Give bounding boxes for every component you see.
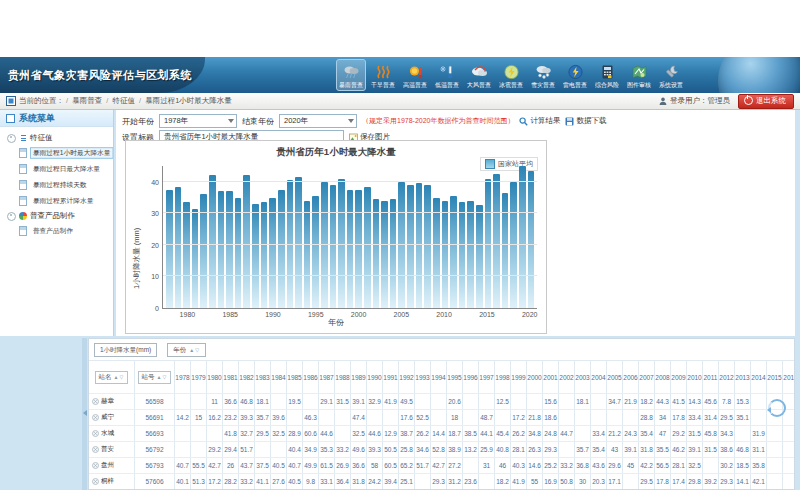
sidebar-item-普查产品制作[interactable]: 普查产品制作 [0, 223, 113, 239]
row-expand-icon[interactable] [92, 414, 99, 421]
globe-decoration-image [718, 57, 800, 94]
nav-item-雷电普查[interactable]: 雷电普查 [560, 59, 590, 91]
value-cell-2004 [591, 394, 607, 409]
bar-2016 [493, 174, 500, 308]
nav-item-label: 雷电普查 [563, 81, 587, 89]
value-cell-2015 [767, 426, 783, 441]
year-column-header-1996: 1996 [463, 361, 479, 393]
sidebar-group-特征值[interactable]: 特征值 [0, 131, 113, 145]
panel-splitter[interactable] [82, 338, 87, 490]
breadcrumb-item[interactable]: 暴雨普查 [72, 96, 102, 105]
value-cell-2012: 29.5 [719, 410, 735, 425]
row-expand-icon[interactable] [92, 430, 99, 437]
main-panel: 开始年份 1978年 结束年份 2020年 （规定采用1978-2020年数据作… [116, 110, 795, 336]
grid-body: 赫章565981136.646.818.119.529.131.539.132.… [89, 393, 794, 489]
sidebar-group-普查产品制作[interactable]: 普查产品制作 [0, 209, 113, 223]
year-column-header-1991: 1991 [383, 361, 399, 393]
value-cell-1981: 28.2 [223, 474, 239, 489]
value-cell-2007: 18.2 [639, 394, 655, 409]
year-column-header-2016: 2016 [783, 361, 795, 393]
breadcrumb-item[interactable]: 暴雨过程1小时最大降水量 [145, 96, 232, 105]
download-button[interactable]: 数据下载 [565, 116, 606, 126]
value-cell-1985: 40.5 [287, 474, 303, 489]
year-column-header-2009: 2009 [671, 361, 687, 393]
value-type-filter[interactable]: 1小时降水量(mm) [94, 343, 157, 357]
station-id-cell: 56793 [135, 458, 175, 473]
nav-item-暴雨普查[interactable]: 暴雨普查 [336, 59, 366, 91]
start-year-select[interactable]: 1978年 [159, 114, 237, 128]
sidebar-item-暴雨过程累计降水量[interactable]: 暴雨过程累计降水量 [0, 193, 113, 209]
bar-1999 [347, 190, 354, 308]
nav-item-大风普查[interactable]: 大风普查 [464, 59, 494, 91]
station-id-sort-control[interactable]: 站号▲▽ [138, 371, 172, 384]
sidebar: 系统菜单 特征值暴雨过程1小时最大降水量暴雨过程日最大降水量暴雨过程持续天数暴雨… [0, 110, 114, 336]
year-column-header-1993: 1993 [415, 361, 431, 393]
bar-2005 [398, 182, 405, 308]
value-cell-2006 [623, 410, 639, 425]
sidebar-item-暴雨过程1小时最大降水量[interactable]: 暴雨过程1小时最大降水量 [0, 145, 113, 161]
bar-1988 [252, 204, 259, 308]
value-cell-1991 [383, 410, 399, 425]
nav-item-冰雹普查[interactable]: 冰雹普查 [496, 59, 526, 91]
station-sort-control[interactable]: 站名▲▽ [95, 371, 129, 384]
value-cell-1990: 32.9 [367, 394, 383, 409]
nav-item-低温普查[interactable]: 低温普查 [432, 59, 462, 91]
value-cell-2016 [783, 458, 795, 473]
breadcrumb-item[interactable]: 特征值 [112, 96, 135, 105]
table-row-桐梓[interactable]: 桐梓5760640.151.317.228.233.241.127.640.59… [89, 473, 794, 489]
table-row-盘州[interactable]: 盘州5679340.755.542.72643.737.540.540.749.… [89, 457, 794, 473]
table-row-威宁[interactable]: 威宁5669114.21516.223.239.335.739.646.347.… [89, 409, 794, 425]
nav-toolbar: 暴雨普查干旱普查高温普查低温普查大风普查冰雹普查雪灾普查雷电普查综合风险图件审核… [336, 59, 686, 91]
logout-button[interactable]: 退出系统 [738, 94, 794, 109]
nav-item-高温普查[interactable]: 高温普查 [400, 59, 430, 91]
x-tick-label: 2015 [479, 311, 495, 318]
table-row-水城[interactable]: 水城5669341.832.729.532.528.960.644.632.54… [89, 425, 794, 441]
sidebar-item-暴雨过程持续天数[interactable]: 暴雨过程持续天数 [0, 177, 113, 193]
bar-2001 [364, 187, 371, 308]
table-row-赫章[interactable]: 赫章565981136.646.818.119.529.131.539.132.… [89, 393, 794, 409]
value-cell-1980: 11 [207, 394, 223, 409]
nav-item-雪灾普查[interactable]: 雪灾普查 [528, 59, 558, 91]
bar-2004 [390, 199, 397, 308]
nav-item-label: 系统设置 [659, 81, 683, 89]
top-banner: 贵州省气象灾害风险评估与区划系统 暴雨普查干旱普查高温普查低温普查大风普查冰雹普… [0, 57, 800, 94]
value-cell-1981: 36.6 [223, 394, 239, 409]
row-expand-icon[interactable] [92, 446, 99, 453]
value-cell-2007: 31.8 [639, 442, 655, 457]
nav-item-图件审核[interactable]: 图件审核 [624, 59, 654, 91]
nav-item-综合风险[interactable]: 综合风险 [592, 59, 622, 91]
value-cell-2004: 43.6 [591, 458, 607, 473]
value-cell-2015 [767, 474, 783, 489]
end-year-label: 结束年份 [242, 116, 274, 127]
table-row-普安[interactable]: 普安5679229.229.451.740.434.935.333.249.63… [89, 441, 794, 457]
end-year-select[interactable]: 2020年 [279, 114, 357, 128]
value-cell-2014: 35.8 [751, 458, 767, 473]
value-cell-2007: 35.4 [639, 426, 655, 441]
value-cell-1995: 18 [447, 410, 463, 425]
value-cell-2008: 47 [655, 426, 671, 441]
value-cell-2008: 17.8 [655, 474, 671, 489]
hail-icon [503, 64, 520, 80]
value-cell-1985: 40.7 [287, 458, 303, 473]
y-tick-label: 0 [137, 305, 159, 312]
station-name-cell: 威宁 [89, 410, 135, 425]
value-cell-2002 [559, 410, 575, 425]
value-cell-1986: 34.9 [303, 442, 319, 457]
value-cell-2014: 31.1 [751, 442, 767, 457]
nav-item-干旱普查[interactable]: 干旱普查 [368, 59, 398, 91]
sidebar-item-暴雨过程日最大降水量[interactable]: 暴雨过程日最大降水量 [0, 161, 113, 177]
value-cell-1984: 39.6 [271, 410, 287, 425]
row-expand-icon[interactable] [92, 478, 99, 485]
sidebar-group-label: 特征值 [30, 133, 53, 143]
row-expand-icon[interactable] [92, 462, 99, 469]
year-sort-control[interactable]: 年份 ▲▽ [167, 343, 206, 357]
nav-item-系统设置[interactable]: 系统设置 [656, 59, 686, 91]
row-expand-icon[interactable] [92, 398, 99, 405]
year-column-header-2000: 2000 [527, 361, 543, 393]
value-cell-1980: 42.7 [207, 458, 223, 473]
save-disk-icon [565, 117, 574, 126]
value-cell-1979: 15 [191, 410, 207, 425]
value-cell-1993: 34.6 [415, 442, 431, 457]
calculate-button[interactable]: 计算结果 [519, 116, 560, 126]
bar-1984 [218, 191, 225, 308]
